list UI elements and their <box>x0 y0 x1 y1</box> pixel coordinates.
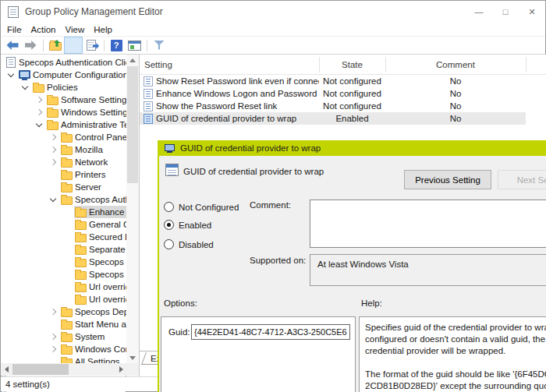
export-list-button[interactable] <box>83 37 100 53</box>
table-row[interactable]: GUID of credential provider to wrapEnabl… <box>140 112 526 125</box>
tree-item[interactable]: Url overrid <box>1 281 126 293</box>
radio-icon[interactable] <box>164 239 174 249</box>
titlebar: Group Policy Management Editor —□✕ <box>1 1 545 23</box>
radio-icon[interactable] <box>164 220 174 230</box>
column-divider[interactable] <box>526 57 526 72</box>
comment-textarea[interactable] <box>310 200 546 248</box>
expander-expanded-icon[interactable] <box>4 69 18 81</box>
tree-item[interactable]: Windows Settings <box>1 106 126 118</box>
guid-input[interactable] <box>191 324 350 340</box>
radio-icon[interactable] <box>164 202 174 212</box>
menu-file[interactable]: File <box>2 23 27 36</box>
tree-item[interactable]: Control Panel <box>1 131 126 143</box>
tree-item[interactable]: Server <box>1 181 126 193</box>
tree-item-label: Specops P <box>89 257 126 267</box>
minimize-button[interactable]: — <box>466 1 492 23</box>
tree-horizontal-scrollbar[interactable] <box>1 363 126 376</box>
expander-expanded-icon[interactable] <box>32 118 46 131</box>
tree-item[interactable]: Specops P <box>1 256 126 268</box>
tree-item[interactable]: Separate I <box>1 243 126 256</box>
expander-collapsed-icon[interactable] <box>46 143 60 156</box>
close-button[interactable]: ✕ <box>519 1 545 23</box>
expander-expanded-icon[interactable] <box>18 81 32 94</box>
show-console-tree-button[interactable] <box>65 37 82 53</box>
expander-collapsed-icon[interactable] <box>46 156 60 168</box>
expander-collapsed-icon[interactable] <box>46 305 60 318</box>
tree-item[interactable]: Enhance W <box>1 206 126 218</box>
tree-item[interactable]: Computer Configuration <box>1 69 126 81</box>
previous-setting-button[interactable]: Previous Setting <box>404 170 491 189</box>
back-button[interactable] <box>4 37 21 53</box>
tree-item[interactable]: Specops Authentication Clie <box>1 56 126 69</box>
radio-option-not-configured[interactable]: Not Configured <box>164 201 239 213</box>
gpo-icon <box>6 57 16 68</box>
tree-item[interactable]: Specops Auth <box>1 193 126 206</box>
menu-view[interactable]: View <box>61 23 90 36</box>
scroll-right-icon[interactable] <box>115 363 126 376</box>
tree-item[interactable]: Mozilla <box>1 143 126 156</box>
column-header-state[interactable]: State <box>319 60 385 69</box>
tree-item[interactable]: General Cl <box>1 218 126 231</box>
column-divider[interactable] <box>385 57 386 72</box>
tree-item[interactable]: Policies <box>1 81 126 94</box>
tree-item[interactable]: Specops Depl <box>1 305 126 318</box>
expander-placeholder <box>60 281 74 293</box>
setting-state: Enabled <box>319 114 385 123</box>
dialog-titlebar[interactable]: GUID of credential provider to wrap <box>159 140 546 156</box>
column-header-comment[interactable]: Comment <box>385 60 526 69</box>
help-button[interactable]: ? <box>108 37 125 53</box>
maximize-button[interactable]: □ <box>492 1 519 23</box>
tree-node: System <box>60 330 126 343</box>
tree-item-label: Windows Settings <box>61 108 126 117</box>
scroll-up-icon[interactable] <box>126 55 139 65</box>
menu-help[interactable]: Help <box>89 23 117 36</box>
scroll-down-icon[interactable] <box>126 352 139 363</box>
menu-action[interactable]: Action <box>27 23 61 36</box>
tree-item[interactable]: Url overrid <box>1 293 126 305</box>
expander-expanded-icon[interactable] <box>46 193 60 206</box>
radio-option-enabled[interactable]: Enabled <box>164 219 211 231</box>
tree-item[interactable]: Administrative Te <box>1 118 126 131</box>
help-text-line: The format of the guid should be like '{… <box>365 369 546 380</box>
horizontal-scrollbar-thumb[interactable] <box>12 364 69 375</box>
column-header-setting[interactable]: Setting <box>140 60 319 69</box>
tree-vertical-scrollbar[interactable] <box>126 55 139 363</box>
tree-item[interactable]: Start Menu an <box>1 318 126 330</box>
filter-button[interactable] <box>151 37 168 53</box>
tree-node: All Settings <box>60 355 126 363</box>
vertical-scrollbar-thumb[interactable] <box>127 66 138 183</box>
tree-item[interactable]: Printers <box>1 168 126 181</box>
table-row[interactable]: Enhance Windows Logon and Password C...N… <box>140 87 526 100</box>
tree-item[interactable]: Specops P <box>1 268 126 281</box>
dialog-title: GUID of credential provider to wrap <box>180 143 321 153</box>
forward-icon <box>25 41 37 50</box>
folder-icon <box>75 296 87 305</box>
help-text-line: credential provider will be wrapped. <box>365 345 546 357</box>
folder-icon <box>61 196 73 205</box>
tree-item[interactable]: Windows Con <box>1 343 126 355</box>
expander-collapsed-icon[interactable] <box>32 94 46 106</box>
tree-item[interactable]: Software Settings <box>1 94 126 106</box>
scroll-left-icon[interactable] <box>1 363 12 376</box>
column-divider[interactable] <box>319 57 320 72</box>
setting-name: GUID of credential provider to wrap <box>156 114 296 123</box>
tree-item[interactable]: All Settings <box>1 355 126 363</box>
table-row[interactable]: Show Reset Password link even if connect… <box>140 75 526 87</box>
tree-item[interactable]: System <box>1 330 126 343</box>
up-one-level-button[interactable] <box>47 37 64 53</box>
tree-item[interactable]: Secured B <box>1 231 126 243</box>
forward-button[interactable] <box>22 37 39 53</box>
expander-collapsed-icon[interactable] <box>46 343 60 355</box>
radio-option-disabled[interactable]: Disabled <box>164 238 214 250</box>
setting-comment: No <box>385 89 526 98</box>
tree-item[interactable]: Network <box>1 156 126 168</box>
expander-collapsed-icon[interactable] <box>32 106 46 118</box>
table-row[interactable]: Show the Password Reset linkNot configur… <box>140 100 526 112</box>
expander-collapsed-icon[interactable] <box>46 131 60 143</box>
next-setting-button[interactable]: Next Setting <box>498 170 546 189</box>
show-properties-button[interactable] <box>126 37 143 53</box>
expander-collapsed-icon[interactable] <box>46 330 60 343</box>
folder-icon <box>75 259 87 267</box>
expander-placeholder <box>46 168 60 181</box>
toolbar-separator <box>104 40 105 51</box>
